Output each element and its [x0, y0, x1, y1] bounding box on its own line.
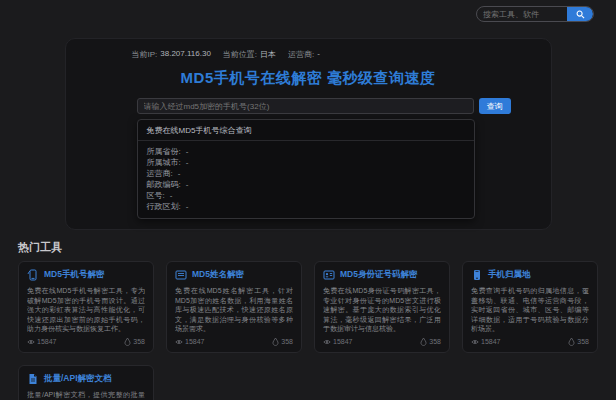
mobile-icon: [471, 269, 483, 281]
page-title: MD5手机号在线解密 毫秒级查询速度: [66, 69, 551, 88]
heat-count: 358: [577, 338, 589, 345]
row-label: 邮政编码:: [147, 179, 181, 190]
result-row-province: 所属省份: -: [147, 146, 465, 157]
views-icon: [323, 338, 331, 346]
result-row-isp: 运营商: -: [147, 168, 465, 179]
result-rows: 所属省份: - 所属城市: - 运营商: - 邮政编码: - 区号: - 行政区…: [138, 141, 474, 218]
hero-panel: 当前IP: 38.207.116.30 当前位置: 日本 运营商: - MD5手…: [65, 38, 552, 230]
ip-value: 38.207.116.30: [160, 49, 211, 60]
row-label: 区号:: [147, 190, 165, 201]
row-label: 所属城市:: [147, 157, 181, 168]
md5-input[interactable]: [137, 98, 474, 114]
row-value: -: [178, 168, 181, 179]
card-description: 免费查询手机号码的归属地信息，覆盖移动、联通、电信等运营商号段，实时返回省份、城…: [471, 286, 589, 334]
isp-value: -: [317, 49, 320, 60]
heat-icon: [420, 338, 427, 346]
card-head: 手机归属地: [471, 269, 589, 281]
card-description: 免费在线MD5姓名解密工具，针对MD5加密的姓名数据，利用海量姓名库与极速匹配技…: [175, 286, 293, 334]
heat-count: 358: [133, 338, 145, 345]
card-head: 批量/API解密文档: [27, 373, 145, 385]
card-head: MD5手机号解密: [27, 269, 145, 281]
search-icon: [576, 10, 585, 19]
card-footer: 15847 358: [471, 334, 589, 346]
result-header: 免费在线MD5手机号综合查询: [138, 120, 474, 141]
card-footer: 15847 358: [323, 334, 441, 346]
tool-card-api-docs[interactable]: 批量/API解密文档 批量/API解密文档，提供完整的批量解密与API集成解决方…: [18, 365, 154, 400]
location-label: 当前位置:: [223, 49, 257, 60]
card-title: MD5姓名解密: [192, 269, 244, 281]
card-description: 免费在线MD5手机号解密工具，专为破解MD5加密的手机号而设计。通过强大的彩虹表…: [27, 286, 145, 334]
card-footer: 15847 358: [175, 334, 293, 346]
tool-card-md5-phone[interactable]: MD5手机号解密 免费在线MD5手机号解密工具，专为破解MD5加密的手机号而设计…: [18, 261, 154, 353]
row-label: 所属省份:: [147, 146, 181, 157]
card-description: 批量/API解密文档，提供完整的批量解密与API集成解决方案，支持大规模数据批量…: [27, 390, 145, 400]
phone-decrypt-icon: [27, 269, 39, 281]
tool-card-md5-idcard[interactable]: MD5身份证号码解密 免费在线MD5身份证号码解密工具，专业针对身份证号的MD5…: [314, 261, 450, 353]
card-head: MD5姓名解密: [175, 269, 293, 281]
row-label: 运营商:: [147, 168, 173, 179]
query-button[interactable]: 查询: [479, 98, 511, 114]
isp-label: 运营商:: [288, 49, 314, 60]
views-count: 15847: [333, 338, 352, 345]
card-description: 免费在线MD5身份证号码解密工具，专业针对身份证号的MD5密文进行极速解密。基于…: [323, 286, 441, 334]
result-row-zipcode: 邮政编码: -: [147, 179, 465, 190]
result-row-district: 行政区划: -: [147, 201, 465, 212]
card-head: MD5身份证号码解密: [323, 269, 441, 281]
api-doc-icon: [27, 373, 39, 385]
tools-grid: MD5手机号解密 免费在线MD5手机号解密工具，专为破解MD5加密的手机号而设计…: [18, 261, 598, 400]
name-list-icon: [175, 269, 187, 281]
top-bar: [0, 0, 616, 26]
site-search: [476, 6, 594, 22]
heat-count: 358: [429, 338, 441, 345]
heat-icon: [272, 338, 279, 346]
location-value: 日本: [260, 49, 276, 60]
result-row-areacode: 区号: -: [147, 190, 465, 201]
visitor-info: 当前IP: 38.207.116.30 当前位置: 日本 运营商: -: [132, 49, 551, 60]
heat-count: 358: [281, 338, 293, 345]
hot-tools-heading: 热门工具: [18, 240, 616, 255]
card-title: MD5身份证号码解密: [340, 269, 417, 281]
query-row: 查询: [137, 98, 511, 114]
card-title: 手机归属地: [488, 269, 531, 281]
row-value: -: [186, 201, 189, 212]
card-footer: 15847 358: [27, 334, 145, 346]
row-label: 行政区划:: [147, 201, 181, 212]
card-title: 批量/API解密文档: [44, 373, 112, 385]
result-row-city: 所属城市: -: [147, 157, 465, 168]
row-value: -: [170, 190, 173, 201]
views-icon: [27, 338, 35, 346]
views-icon: [175, 338, 183, 346]
ip-label: 当前IP:: [132, 49, 158, 60]
tool-card-md5-name[interactable]: MD5姓名解密 免费在线MD5姓名解密工具，针对MD5加密的姓名数据，利用海量姓…: [166, 261, 302, 353]
views-count: 15847: [37, 338, 56, 345]
heat-icon: [124, 338, 131, 346]
result-dropdown: 免费在线MD5手机号综合查询 所属省份: - 所属城市: - 运营商: - 邮政…: [137, 119, 475, 219]
search-button[interactable]: [567, 6, 593, 22]
heat-icon: [568, 338, 575, 346]
tool-card-phone-location[interactable]: 手机归属地 免费查询手机号码的归属地信息，覆盖移动、联通、电信等运营商号段，实时…: [462, 261, 598, 353]
views-icon: [471, 338, 479, 346]
row-value: -: [186, 179, 189, 190]
views-count: 15847: [185, 338, 204, 345]
row-value: -: [186, 146, 189, 157]
views-count: 15847: [481, 338, 500, 345]
card-title: MD5手机号解密: [44, 269, 104, 281]
row-value: -: [186, 157, 189, 168]
search-input[interactable]: [477, 10, 567, 19]
id-card-icon: [323, 269, 335, 281]
